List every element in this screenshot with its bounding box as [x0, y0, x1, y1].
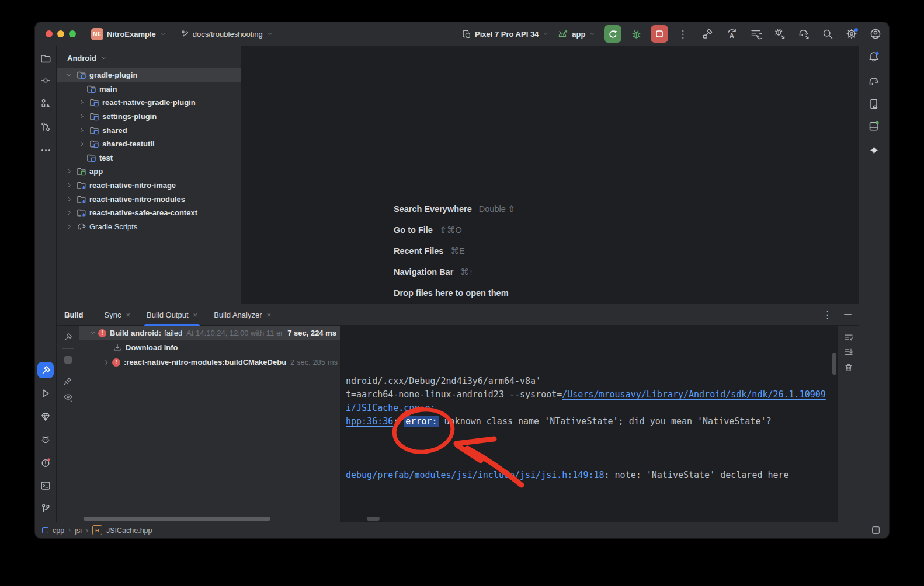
breadcrumb-item[interactable]: cpp [53, 526, 64, 535]
project-view-selector[interactable]: Android [57, 46, 241, 67]
panel-options-menu[interactable]: ⋮ [821, 310, 833, 320]
console-text: t=aarch64-none-linux-android23 --sysroot… [346, 389, 562, 400]
module-folder-icon [89, 97, 99, 107]
commit-tool-button[interactable] [37, 72, 54, 89]
tree-item-react-native-safe-area-context[interactable]: react-native-safe-area-context [57, 206, 241, 220]
tree-item-react-native-gradle-plugin[interactable]: react-native-gradle-plugin [57, 96, 241, 110]
search-everywhere-button[interactable] [821, 27, 834, 40]
console-file-link[interactable]: /Users/mrousavy/Library/Android/sdk/ndk/… [562, 389, 826, 400]
build-root-row[interactable]: ! Build android: failed At 14.10.24, 12:… [79, 326, 340, 340]
stop-build-button[interactable] [61, 353, 75, 367]
maximize-window-button[interactable] [69, 30, 76, 37]
tree-item-shared-testutil[interactable]: shared-testutil [57, 137, 241, 151]
chevron-down-icon [100, 55, 107, 61]
tree-item-label: react-native-gradle-plugin [102, 98, 196, 107]
attach-debugger-button[interactable] [773, 27, 786, 40]
device-selector[interactable]: Pixel 7 Pro API 34 [461, 29, 549, 39]
tree-item-settings-plugin[interactable]: settings-plugin [57, 110, 241, 124]
tree-item-label: test [99, 154, 113, 162]
view-options-button[interactable] [61, 390, 75, 404]
apply-changes-button[interactable]: A [725, 27, 738, 40]
trash-icon [844, 363, 853, 372]
version-control-tool-button[interactable] [37, 500, 54, 517]
close-icon[interactable]: × [193, 311, 198, 319]
right-tool-stripe [858, 46, 889, 522]
console-horizontal-scrollbar[interactable] [367, 517, 380, 521]
more-icon [41, 149, 50, 151]
problems-tool-button[interactable] [37, 455, 54, 471]
chevron-right-icon [65, 168, 73, 175]
structure-tool-button[interactable] [37, 95, 54, 111]
breadcrumb-item[interactable]: jsi [75, 526, 82, 535]
tab-build-output[interactable]: Build Output × [141, 304, 203, 325]
vcs-branch-widget[interactable]: docs/troubleshooting [180, 30, 273, 39]
close-icon[interactable]: × [267, 311, 272, 319]
tree-item-app[interactable]: app [57, 165, 241, 179]
console-file-link[interactable]: i/JSICache.cpp.o: [346, 403, 436, 413]
hide-panel-button[interactable] [844, 314, 852, 315]
minimize-window-button[interactable] [57, 30, 64, 37]
restart-build-button[interactable] [61, 330, 75, 344]
failed-task-row[interactable]: ! :react-native-nitro-modules:buildCMake… [79, 355, 340, 369]
tree-item-react-native-nitro-image[interactable]: react-native-nitro-image [57, 179, 241, 193]
notifications-button[interactable] [866, 48, 882, 65]
chevron-right-icon [78, 140, 86, 148]
pull-requests-tool-button[interactable] [37, 118, 54, 135]
more-actions-menu[interactable]: ⋮ [676, 29, 689, 39]
close-window-button[interactable] [46, 30, 53, 37]
left-tool-stripe [35, 46, 57, 522]
console-file-link[interactable]: debug/prefab/modules/jsi/include/jsi/jsi… [346, 470, 605, 480]
gem-icon [40, 411, 51, 422]
apply-code-changes-button[interactable] [749, 27, 762, 40]
build-project-button[interactable] [701, 27, 714, 40]
run-configuration-selector[interactable]: app [557, 29, 596, 39]
build-tool-button[interactable] [37, 362, 54, 378]
console-file-link[interactable]: hpp:36:36 [346, 416, 393, 427]
scroll-to-end-button[interactable] [842, 345, 856, 359]
tree-item-shared[interactable]: shared [57, 123, 241, 137]
console-text: : note: 'NativeState' declared here [605, 470, 789, 480]
stop-button[interactable] [651, 25, 668, 43]
build-console: ndroid/.cxx/Debug/2nd4i3y6/arm64-v8a' t=… [340, 326, 838, 523]
app-module-folder-icon [77, 166, 86, 176]
device-manager-button[interactable] [866, 96, 882, 112]
chevron-down-icon [159, 30, 166, 37]
pin-tab-button[interactable] [61, 374, 75, 388]
tab-sync[interactable]: Sync × [99, 304, 137, 325]
failed-task-label: :react-native-nitro-modules:buildCMakeDe… [124, 358, 286, 367]
app-quality-insights-tool-button[interactable] [37, 409, 54, 425]
logcat-tool-button[interactable] [37, 431, 54, 448]
soft-wrap-button[interactable] [842, 330, 856, 344]
tree-horizontal-scrollbar[interactable] [84, 517, 270, 521]
rerun-button[interactable] [604, 25, 621, 43]
settings-button[interactable] [845, 27, 858, 40]
tree-item-react-native-nitro-modules[interactable]: react-native-nitro-modules [57, 192, 241, 206]
tree-item-gradle-scripts[interactable]: Gradle Scripts [57, 220, 241, 234]
breadcrumb-file[interactable]: JSICache.hpp [106, 526, 152, 535]
tab-build-analyzer[interactable]: Build Analyzer × [208, 304, 277, 325]
tree-item-gradle-plugin[interactable]: gradle-plugin [57, 68, 241, 82]
tree-item-test[interactable]: test [57, 151, 241, 165]
gradle-panel-button[interactable] [866, 74, 882, 90]
more-tool-windows-button[interactable] [37, 142, 54, 158]
clear-console-button[interactable] [842, 361, 856, 375]
project-widget[interactable]: NE NitroExample [91, 28, 166, 40]
console-vertical-scrollbar[interactable] [832, 353, 836, 375]
tab-label: Sync [105, 311, 121, 319]
window-controls [46, 30, 76, 37]
sync-gradle-button[interactable] [797, 27, 810, 40]
run-tool-button[interactable] [37, 385, 54, 402]
tree-item-label: settings-plugin [102, 112, 157, 121]
library-folder-icon [77, 194, 86, 204]
debug-button[interactable] [630, 27, 642, 40]
running-devices-button[interactable] [866, 118, 882, 134]
reader-mode-button[interactable] [871, 525, 881, 535]
gemini-assistant-button[interactable] [866, 142, 882, 158]
project-tool-button[interactable] [37, 50, 54, 67]
terminal-tool-button[interactable] [37, 477, 54, 494]
close-icon[interactable]: × [126, 311, 130, 319]
tree-item-main[interactable]: main [57, 82, 241, 96]
profile-button[interactable] [869, 27, 882, 40]
tree-item-label: react-native-safe-area-context [89, 208, 197, 217]
download-info-row[interactable]: Download info [79, 340, 340, 355]
